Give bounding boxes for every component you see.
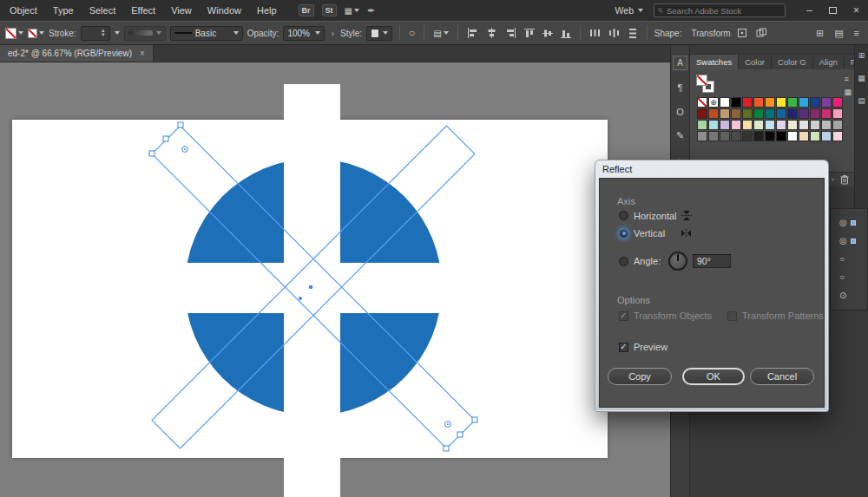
align-bottom-icon[interactable] [559,24,573,42]
selection-handle[interactable] [149,151,155,156]
swatch[interactable] [765,120,775,130]
brush-definition-dropdown[interactable]: Basic [170,26,243,41]
stroke-weight-dropdown-icon[interactable] [115,31,120,35]
variable-width-profile-dropdown[interactable] [124,26,166,41]
menu-type[interactable]: Type [45,0,82,21]
swatch[interactable] [753,108,764,119]
swatch[interactable] [799,97,809,108]
swatch[interactable] [742,108,753,119]
align-top-icon[interactable] [523,24,536,42]
swatch[interactable] [753,97,764,108]
minimize-button[interactable]: – [798,0,821,21]
arrange-documents-icon[interactable]: ▦ [345,6,359,16]
artboard-grid-icon[interactable]: ⊞ [816,28,824,39]
pen-share-icon[interactable]: ✒ [367,5,375,16]
graphic-style-dropdown[interactable] [366,26,392,41]
swatch[interactable] [821,108,832,119]
swatch[interactable] [697,120,707,130]
free-transform-icon[interactable] [735,24,750,42]
transform-objects-checkbox[interactable] [619,311,628,321]
document-tab[interactable]: ed-2* @ 66.67% (RGB/Preview) × [0,45,154,62]
close-tab-icon[interactable]: × [140,49,145,58]
swatch[interactable] [787,97,798,108]
horizontal-axis-option[interactable]: Horizontal [619,210,693,221]
dialog-title[interactable]: Reflect [595,160,828,178]
swatch[interactable] [753,131,764,141]
fill-color-control[interactable] [5,28,23,39]
swatch[interactable] [832,97,843,108]
selection-center-point[interactable] [309,285,313,290]
swatch[interactable] [787,131,798,141]
selection-handle[interactable] [163,136,168,141]
swatch[interactable] [731,120,741,130]
swatch[interactable] [799,131,809,141]
delete-swatch-trash-icon[interactable] [840,174,849,185]
swatch[interactable] [742,97,753,108]
selection-handle[interactable] [444,446,449,451]
menu-icon[interactable]: ≡ [854,28,859,38]
menu-help[interactable]: Help [249,0,285,21]
bridge-icon[interactable]: Br [299,4,314,16]
swatch[interactable] [799,108,809,119]
distribute-horizontal-icon[interactable] [588,24,602,42]
swatch[interactable] [720,97,730,108]
swatch[interactable] [731,97,741,108]
swatch[interactable] [776,120,786,130]
align-vmiddle-icon[interactable] [541,24,555,42]
swatch[interactable] [776,131,786,141]
swatch[interactable] [765,131,775,141]
menu-effect[interactable]: Effect [123,0,163,21]
document-setup-icon[interactable]: ▤ [431,24,450,42]
preview-row[interactable]: Preview [619,342,667,352]
restore-button[interactable] [821,0,845,21]
stock-icon[interactable]: St [322,4,337,16]
arrange-panel-icon[interactable]: ▤ [834,28,843,39]
ok-button[interactable]: OK [682,368,745,385]
panel-icon-row[interactable]: ◎ [839,219,867,227]
cancel-button[interactable]: Cancel [750,368,814,385]
menu-object[interactable]: Object [2,0,45,21]
menu-view[interactable]: View [163,0,200,21]
swatch[interactable] [742,120,753,130]
transform-patterns-checkbox[interactable] [727,311,737,321]
angle-input[interactable] [693,254,731,268]
menu-select[interactable]: Select [82,0,124,21]
align-left-icon[interactable] [465,24,480,42]
opacity-dropdown[interactable]: 100% [283,26,325,41]
selection-handle[interactable] [472,417,477,422]
swatch[interactable] [708,120,719,130]
transform-label[interactable]: Transform [691,29,730,38]
fill-proxy[interactable] [696,75,707,86]
fill-stroke-indicator[interactable] [696,75,715,92]
swatch[interactable] [776,97,786,108]
swatch[interactable] [821,131,832,141]
vertical-radio[interactable] [619,229,628,239]
recolor-artwork-icon[interactable]: ○ [407,24,417,42]
preview-checkbox[interactable] [619,343,628,352]
opentype-panel-icon[interactable]: O [673,104,687,119]
panel-icon-row[interactable]: ○ [839,273,867,282]
angle-option[interactable]: Angle: [619,252,731,271]
swatch[interactable] [832,120,843,130]
swatch[interactable] [799,120,809,130]
panel-icon-row[interactable]: ○ [839,255,867,264]
distribute-vertical-icon[interactable] [626,24,640,42]
angle-dial[interactable] [668,252,687,271]
align-hcenter-icon[interactable] [484,24,499,42]
swatch[interactable] [708,131,719,141]
stroke-color-control[interactable] [28,29,44,38]
expand-panels-icon[interactable]: ⊞ [858,51,865,60]
swatch[interactable] [720,120,730,130]
vertical-axis-option[interactable]: Vertical [619,228,692,239]
swatch[interactable] [787,120,798,130]
swatch[interactable] [821,97,832,108]
horizontal-radio[interactable] [619,211,628,220]
panel-tab-color-g[interactable]: Color G [772,55,813,69]
search-input[interactable] [667,6,781,16]
swatch[interactable] [697,131,707,141]
swatch[interactable] [720,108,730,119]
brushes-panel-icon[interactable]: ✎ [673,128,687,143]
align-right-icon[interactable] [503,24,518,42]
reference-point[interactable] [299,297,302,300]
stepper-arrows-icon[interactable]: ▲▼ [101,29,106,37]
